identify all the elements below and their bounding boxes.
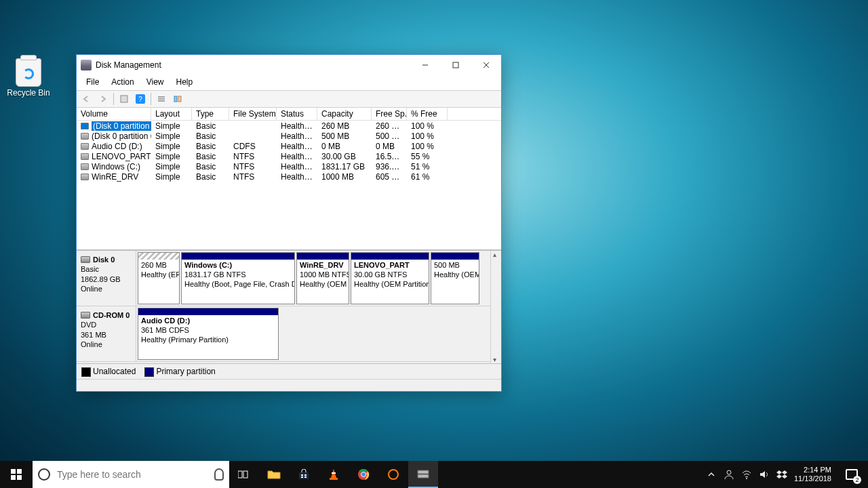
volume-row[interactable]: LENOVO_PARTSimpleBasicNTFSHealthy (...30… [77, 151, 501, 161]
windows-logo-icon [11, 469, 22, 480]
menu-view[interactable]: View [141, 77, 170, 87]
vertical-scrollbar[interactable] [490, 251, 501, 363]
app-button-orange-ring[interactable] [378, 461, 408, 488]
dropbox-icon[interactable] [776, 469, 787, 480]
partition[interactable]: 500 MBHealthy (OEM [431, 252, 479, 304]
volume-header: Volume Layout Type File System Status Ca… [77, 108, 501, 121]
action-center-button[interactable]: 2 [838, 461, 865, 488]
legend-primary: Primary partition [145, 367, 215, 376]
svg-rect-16 [330, 478, 338, 480]
svg-rect-4 [121, 96, 127, 102]
search-box[interactable] [33, 461, 229, 488]
partition[interactable]: Audio CD (D:)361 MB CDFSHealthy (Primary… [138, 308, 279, 360]
svg-point-25 [727, 470, 731, 474]
volume-row[interactable]: (Disk 0 partition 6)SimpleBasicHealthy (… [77, 131, 501, 141]
col-status[interactable]: Status [277, 108, 317, 120]
minimize-button[interactable] [410, 55, 440, 75]
svg-rect-10 [238, 471, 242, 478]
disk-row: CD-ROM 0DVD361 MBOnlineAudio CD (D:)361 … [77, 306, 490, 362]
svg-rect-15 [304, 476, 307, 478]
col-capacity[interactable]: Capacity [317, 108, 372, 120]
notification-count: 2 [853, 476, 861, 484]
partition[interactable]: WinRE_DRV1000 MB NTFSHealthy (OEM P [296, 252, 349, 304]
disk-management-task-button[interactable] [408, 461, 438, 488]
cortana-icon [38, 468, 50, 481]
status-bar [77, 379, 501, 391]
recycle-bin[interactable]: Recycle Bin [4, 58, 53, 98]
svg-point-26 [746, 478, 747, 479]
chrome-button[interactable] [349, 461, 378, 488]
col-volume[interactable]: Volume [77, 108, 151, 120]
svg-rect-1 [453, 62, 458, 68]
disk-info[interactable]: Disk 0Basic1862.89 GBOnline [77, 251, 136, 306]
svg-rect-17 [332, 472, 336, 474]
svg-point-22 [389, 470, 398, 479]
disk-management-window: Disk Management File Action View Help ? [76, 54, 502, 392]
recycle-bin-icon [16, 58, 41, 87]
svg-rect-23 [418, 470, 429, 474]
toolbar: ? [77, 90, 501, 108]
partition[interactable]: Windows (C:)1831.17 GB NTFSHealthy (Boot… [181, 252, 295, 304]
forward-button[interactable] [96, 92, 111, 106]
svg-rect-9 [178, 96, 181, 102]
menu-file[interactable]: File [81, 77, 104, 87]
graph-view-button[interactable] [170, 92, 185, 106]
taskbar: 2:14 PM 11/13/2018 2 [0, 461, 868, 488]
menu-help[interactable]: Help [171, 77, 199, 87]
people-icon[interactable] [724, 469, 734, 480]
titlebar[interactable]: Disk Management [77, 55, 501, 75]
partition[interactable]: 260 MBHealthy (EFI [138, 252, 180, 304]
store-button[interactable] [289, 461, 319, 488]
date: 11/13/2018 [794, 474, 831, 483]
col-type[interactable]: Type [192, 108, 229, 120]
col-pct-free[interactable]: % Free [407, 108, 448, 120]
back-button[interactable] [79, 92, 94, 106]
col-filesystem[interactable]: File System [229, 108, 277, 120]
clock[interactable]: 2:14 PM 11/13/2018 [794, 466, 831, 483]
graphical-view: Disk 0Basic1862.89 GBOnline260 MBHealthy… [77, 249, 501, 379]
col-free[interactable]: Free Sp... [372, 108, 407, 120]
volume-row[interactable]: WinRE_DRVSimpleBasicNTFSHealthy (...1000… [77, 171, 501, 182]
system-tray: 2:14 PM 11/13/2018 2 [706, 461, 868, 488]
help-button[interactable]: ? [133, 92, 148, 106]
menubar: File Action View Help [77, 75, 501, 90]
task-view-button[interactable] [229, 461, 259, 488]
tray-chevron-up-icon[interactable] [706, 469, 717, 480]
svg-rect-14 [301, 476, 303, 478]
svg-rect-8 [174, 96, 177, 102]
volume-icon[interactable] [759, 469, 770, 480]
svg-rect-24 [418, 474, 429, 478]
maximize-button[interactable] [440, 55, 471, 75]
disk-row: Disk 0Basic1862.89 GBOnline260 MBHealthy… [77, 251, 490, 306]
volume-row[interactable]: Audio CD (D:)SimpleBasicCDFSHealthy (P..… [77, 141, 501, 151]
refresh-button[interactable] [117, 92, 132, 106]
mic-icon[interactable] [214, 468, 224, 481]
recycle-bin-label: Recycle Bin [4, 88, 53, 98]
legend-unallocated: Unallocated [82, 367, 136, 376]
volume-row[interactable]: Windows (C:)SimpleBasicNTFSHealthy (B...… [77, 161, 501, 171]
volume-row[interactable]: (Disk 0 partition 1)SimpleBasicHealthy (… [77, 121, 501, 131]
menu-action[interactable]: Action [106, 77, 139, 87]
svg-rect-12 [301, 474, 303, 476]
list-view-button[interactable] [154, 92, 169, 106]
volume-list[interactable]: (Disk 0 partition 1)SimpleBasicHealthy (… [77, 121, 501, 249]
wifi-icon[interactable] [741, 469, 752, 480]
start-button[interactable] [0, 461, 33, 488]
disk-info[interactable]: CD-ROM 0DVD361 MBOnline [77, 306, 136, 361]
time: 2:14 PM [794, 466, 831, 474]
legend: Unallocated Primary partition [77, 363, 501, 379]
svg-rect-13 [304, 474, 307, 476]
col-layout[interactable]: Layout [151, 108, 192, 120]
partition[interactable]: LENOVO_PART30.00 GB NTFSHealthy (OEM Par… [351, 252, 429, 304]
search-input[interactable] [56, 468, 209, 481]
app-icon [81, 60, 92, 70]
vlc-button[interactable] [319, 461, 349, 488]
window-title: Disk Management [96, 60, 410, 70]
file-explorer-button[interactable] [259, 461, 289, 488]
close-button[interactable] [471, 55, 501, 75]
svg-rect-11 [243, 471, 248, 478]
